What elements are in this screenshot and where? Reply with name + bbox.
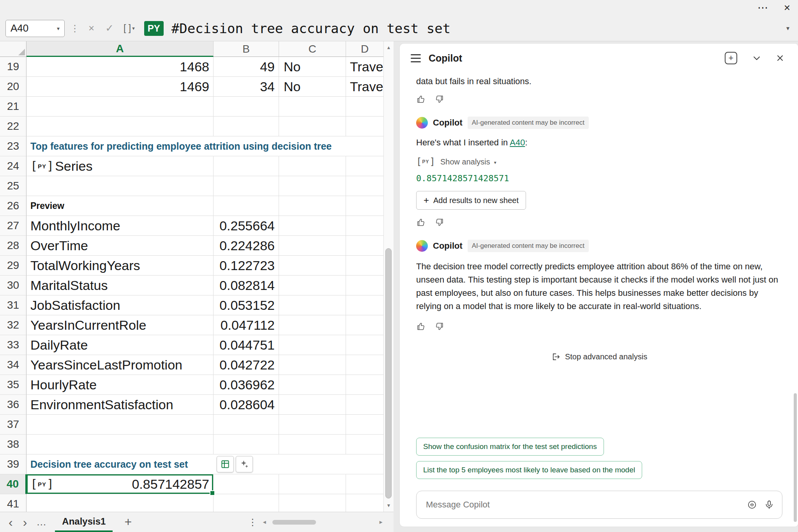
insert-function-button[interactable]: [ ] ▾	[121, 23, 137, 34]
row-header[interactable]: 27	[0, 216, 26, 236]
cell-column-b[interactable]: 0.122723	[214, 256, 279, 276]
cell-column-a[interactable]: [PY] Series	[26, 156, 214, 176]
row-header[interactable]: 39	[0, 454, 26, 474]
row-header[interactable]: 40	[0, 474, 26, 494]
cell-column-d[interactable]	[346, 236, 383, 256]
scroll-up-icon[interactable]: ▲	[384, 42, 394, 53]
row-header[interactable]: 26	[0, 196, 26, 216]
row-header[interactable]: 31	[0, 295, 26, 315]
name-box-chevron-icon[interactable]: ▾	[57, 25, 60, 32]
row-header[interactable]: 21	[0, 97, 26, 117]
row-header[interactable]: 38	[0, 435, 26, 454]
row-header[interactable]: 22	[0, 117, 26, 136]
cell-column-c[interactable]	[279, 375, 346, 395]
horizontal-scroll-track[interactable]	[270, 519, 375, 525]
cell-column-b[interactable]: 0.042722	[214, 355, 279, 375]
menu-icon[interactable]	[411, 54, 421, 62]
cell-column-a[interactable]: [PY] MonthlyIncome	[26, 216, 214, 236]
cell-column-d[interactable]	[346, 415, 383, 435]
cell-column-c[interactable]	[279, 435, 346, 454]
thumbs-up-icon[interactable]	[416, 322, 426, 333]
panel-scroll-thumb[interactable]	[794, 393, 797, 522]
row-header[interactable]: 36	[0, 395, 26, 415]
cell-column-a[interactable]: [PY]	[26, 415, 214, 435]
prev-sheet-icon[interactable]: ‹	[4, 516, 18, 528]
cell-column-c[interactable]: No	[279, 77, 346, 97]
cell-column-a[interactable]: [PY]	[26, 435, 214, 454]
cell-column-d[interactable]	[346, 375, 383, 395]
column-header-a[interactable]: A	[26, 41, 214, 57]
cell-column-a[interactable]: [PY] JobSatisfaction	[26, 295, 214, 315]
cell-column-a[interactable]: [PY] 1468	[26, 57, 214, 77]
new-chat-button[interactable]: +	[725, 52, 737, 64]
cell-column-b[interactable]: 0.255664	[214, 216, 279, 236]
collapse-panel-icon[interactable]	[749, 52, 764, 64]
cell-column-c[interactable]	[279, 335, 346, 355]
cell-column-d[interactable]	[346, 355, 383, 375]
cell-column-a[interactable]: [PY] OverTime	[26, 236, 214, 256]
microphone-icon[interactable]	[764, 500, 774, 510]
vertical-scrollbar[interactable]: ▲ ▼	[383, 41, 394, 512]
cell-column-a[interactable]: [PY] Preview	[26, 196, 214, 216]
scroll-right-icon[interactable]: ►	[378, 519, 383, 525]
cell-column-c[interactable]	[279, 236, 346, 256]
cell-column-a[interactable]: [PY] TotalWorkingYears	[26, 256, 214, 276]
cell-column-b[interactable]: 34	[214, 77, 279, 97]
scroll-down-icon[interactable]: ▼	[384, 500, 394, 511]
row-header[interactable]: 19	[0, 57, 26, 77]
cell-column-d[interactable]	[346, 276, 383, 295]
cell-column-c[interactable]	[279, 454, 346, 474]
cell-column-a[interactable]: [PY] Top features for predicting employe…	[26, 136, 214, 156]
horizontal-scroll-thumb[interactable]	[272, 520, 316, 525]
cell-column-d[interactable]: Trave	[346, 57, 383, 77]
close-panel-icon[interactable]	[772, 52, 788, 64]
cell-column-d[interactable]	[346, 196, 383, 216]
thumbs-up-icon[interactable]	[416, 217, 426, 229]
row-header[interactable]: 25	[0, 176, 26, 196]
cell-column-a[interactable]: [PY]	[26, 97, 214, 117]
cell-column-d[interactable]	[346, 295, 383, 315]
window-close-icon[interactable]: ×	[784, 2, 790, 13]
row-header[interactable]: 30	[0, 276, 26, 295]
cell-column-d[interactable]	[346, 117, 383, 136]
cell-column-c[interactable]	[279, 256, 346, 276]
row-header[interactable]: 35	[0, 375, 26, 395]
message-input[interactable]	[426, 500, 740, 510]
cell-column-d[interactable]: Trave	[346, 77, 383, 97]
row-header[interactable]: 34	[0, 355, 26, 375]
cell-column-a[interactable]: [PY] 0.857142857	[26, 474, 214, 494]
thumbs-down-icon[interactable]	[434, 94, 444, 106]
scroll-left-icon[interactable]: ◄	[262, 519, 267, 525]
cell-column-a[interactable]: [PY]	[26, 117, 214, 136]
cell-column-d[interactable]	[346, 256, 383, 276]
cell-column-c[interactable]	[279, 415, 346, 435]
confirm-icon[interactable]: ✓	[102, 22, 117, 34]
cell-column-b[interactable]: 0.036962	[214, 375, 279, 395]
cell-column-c[interactable]	[279, 216, 346, 236]
cell-column-a[interactable]: [PY]	[26, 494, 214, 512]
row-header[interactable]: 37	[0, 415, 26, 435]
column-header-c[interactable]: C	[279, 41, 346, 57]
cell-column-a[interactable]: [PY] YearsInCurrentRole	[26, 315, 214, 335]
cancel-icon[interactable]: ×	[85, 22, 98, 34]
next-sheet-icon[interactable]: ›	[18, 516, 32, 528]
cell-column-c[interactable]: No	[279, 57, 346, 77]
formula-bar-expand-icon[interactable]: ▾	[786, 25, 793, 32]
cell-column-b[interactable]: 0.082814	[214, 276, 279, 295]
stop-analysis-button[interactable]: Stop advanced analysis	[551, 352, 647, 361]
select-all-corner[interactable]	[0, 41, 26, 57]
column-header-b[interactable]: B	[214, 41, 279, 57]
suggestion-chip[interactable]: Show the confusion matrix for the test s…	[416, 438, 604, 456]
thumbs-down-icon[interactable]	[434, 217, 444, 229]
cell-column-d[interactable]	[346, 435, 383, 454]
cell-column-b[interactable]	[214, 474, 279, 494]
cell-column-b[interactable]: 0.044751	[214, 335, 279, 355]
cell-column-b[interactable]	[214, 117, 279, 136]
cell-column-d[interactable]	[346, 136, 383, 156]
cell-reference-link[interactable]: A40	[510, 138, 525, 147]
row-header[interactable]: 32	[0, 315, 26, 335]
cell-column-b[interactable]: 0.047112	[214, 315, 279, 335]
row-header[interactable]: 29	[0, 256, 26, 276]
row-header[interactable]: 24	[0, 156, 26, 176]
cell-column-c[interactable]	[279, 176, 346, 196]
